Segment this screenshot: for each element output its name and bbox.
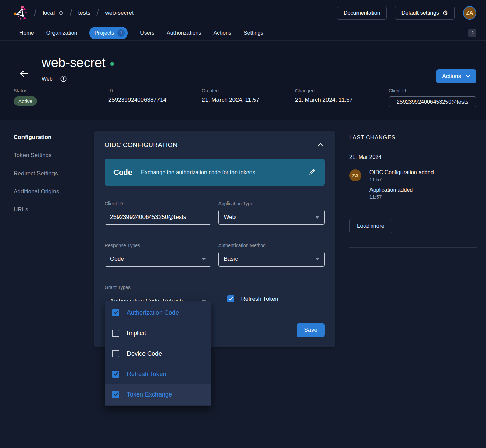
- meta-client-id: Client Id 259239924006453250@tests: [389, 88, 476, 107]
- client-id-input[interactable]: [110, 214, 206, 221]
- last-changes-title: LAST CHANGES: [349, 135, 477, 141]
- breadcrumb-separator: /: [70, 8, 72, 18]
- flow-description: Exchange the authorization code for the …: [141, 169, 300, 176]
- changes-divider: [349, 247, 477, 248]
- nav-item-organization[interactable]: Organization: [46, 30, 77, 36]
- nav-item-home[interactable]: Home: [19, 30, 34, 36]
- sidebar-item-additional-origins[interactable]: Additional Origins: [14, 188, 94, 195]
- app-type-label: Web: [42, 76, 53, 82]
- projects-count-badge: 1: [117, 29, 125, 37]
- grant-types-dropdown-panel: Authorization Code Implicit Device Code: [105, 301, 211, 406]
- change-event: Application added 11:57: [369, 187, 434, 200]
- chevron-up-icon: [318, 143, 323, 147]
- meta-status: Status Active: [14, 88, 108, 107]
- breadcrumb-instance[interactable]: local: [43, 10, 63, 16]
- collapse-section-button[interactable]: [316, 141, 325, 149]
- checkbox-checked-icon[interactable]: [112, 391, 119, 398]
- nav-item-users[interactable]: Users: [140, 30, 154, 36]
- auth-flow-banner: Code Exchange the authorization code for…: [105, 159, 325, 186]
- page-title: web-secret: [42, 56, 106, 70]
- event-avatar: ZA: [349, 169, 361, 181]
- changes-date: 21. Mar 2024: [349, 154, 477, 160]
- gear-icon: ⚙: [442, 10, 448, 16]
- checkbox-unchecked-icon[interactable]: [112, 350, 119, 357]
- refresh-token-field-group: Refresh Token: [218, 285, 325, 309]
- meta-changed: Changed 21. March 2024, 11:57: [295, 88, 389, 107]
- user-avatar[interactable]: ZA: [463, 6, 476, 20]
- breadcrumb-separator: /: [96, 8, 99, 18]
- last-changes-panel: LAST CHANGES 21. Mar 2024 ZA OIDC Config…: [349, 131, 477, 248]
- info-icon[interactable]: [60, 76, 67, 82]
- checkbox-unchecked-icon[interactable]: [112, 330, 119, 337]
- oidc-configuration-card: OIDC CONFIGURATION Code Exchange the aut…: [94, 131, 335, 347]
- checkbox-checked-icon[interactable]: [112, 309, 119, 316]
- client-id-copy-box[interactable]: 259239924006453250@tests: [389, 96, 476, 107]
- zitadel-logo-icon[interactable]: [12, 5, 28, 21]
- meta-row: Status Active ID 259239924006387714 Crea…: [0, 83, 486, 120]
- auth-method-field-group: Authentication Method Basic: [218, 243, 325, 267]
- grant-option-authorization-code[interactable]: Authorization Code: [105, 302, 211, 323]
- select-arrow-icon: [202, 258, 206, 260]
- sidebar-item-configuration[interactable]: Configuration: [14, 134, 94, 141]
- breadcrumb-app[interactable]: web-secret: [105, 10, 134, 16]
- authentication-method-select[interactable]: Basic: [218, 252, 325, 267]
- grant-types-field-group: Grant Types Authorization Code, Refresh …: [105, 285, 211, 309]
- main-nav: Home Organization Projects 1 Users Autho…: [0, 26, 486, 41]
- meta-created: Created 21. March 2024, 11:57: [202, 88, 295, 107]
- nav-item-authorizations[interactable]: Authorizations: [167, 30, 201, 36]
- select-arrow-icon: [315, 258, 319, 260]
- edit-flow-button[interactable]: [308, 168, 316, 177]
- refresh-token-checkbox[interactable]: [227, 295, 234, 302]
- header-bar: / local / tests / web-secret Documentati…: [0, 0, 486, 26]
- breadcrumb-project[interactable]: tests: [78, 10, 90, 16]
- nav-item-projects[interactable]: Projects 1: [89, 27, 128, 39]
- default-settings-button[interactable]: Default settings ⚙: [395, 6, 455, 20]
- meta-id: ID 259239924006387714: [108, 88, 202, 107]
- grant-option-token-exchange[interactable]: Token Exchange: [105, 384, 211, 405]
- instance-switcher-icon[interactable]: [59, 10, 63, 16]
- status-dot: [110, 62, 114, 66]
- response-types-field-group: Response Types Code: [105, 243, 211, 267]
- content-area: Configuration Token Settings Redirect Se…: [0, 120, 486, 347]
- breadcrumb-separator: /: [34, 8, 36, 18]
- sidebar-item-urls[interactable]: URLs: [14, 206, 94, 213]
- application-type-select[interactable]: Web: [218, 210, 325, 225]
- documentation-button[interactable]: Documentation: [337, 6, 387, 20]
- load-more-button[interactable]: Load more: [349, 219, 392, 233]
- save-button[interactable]: Save: [297, 323, 325, 337]
- checkbox-checked-icon[interactable]: [112, 371, 119, 378]
- settings-sidebar: Configuration Token Settings Redirect Se…: [14, 131, 94, 224]
- grant-option-device-code[interactable]: Device Code: [105, 343, 211, 364]
- status-badge: Active: [14, 96, 37, 106]
- grant-option-refresh-token[interactable]: Refresh Token: [105, 364, 211, 384]
- pencil-icon: [308, 168, 316, 176]
- select-arrow-icon: [315, 216, 319, 219]
- nav-item-settings[interactable]: Settings: [244, 30, 263, 36]
- chevron-down-icon: [465, 74, 470, 78]
- client-id-field-group: Client ID: [105, 201, 211, 225]
- grant-option-implicit[interactable]: Implicit: [105, 323, 211, 343]
- change-event: OIDC Configuration added 11:57: [369, 169, 434, 182]
- response-types-select[interactable]: Code: [105, 252, 211, 267]
- application-type-field-group: Application Type Web: [218, 201, 325, 225]
- top-band: / local / tests / web-secret Documentati…: [0, 0, 486, 120]
- back-button[interactable]: [20, 65, 29, 83]
- actions-dropdown-button[interactable]: Actions: [436, 69, 476, 83]
- nav-item-actions[interactable]: Actions: [213, 30, 231, 36]
- card-title: OIDC CONFIGURATION: [105, 141, 178, 149]
- title-section: web-secret Web Actions: [0, 41, 486, 83]
- sidebar-item-token-settings[interactable]: Token Settings: [14, 152, 94, 159]
- flow-name: Code: [113, 168, 132, 177]
- sidebar-item-redirect-settings[interactable]: Redirect Settings: [14, 170, 94, 177]
- help-button[interactable]: ?: [468, 29, 476, 37]
